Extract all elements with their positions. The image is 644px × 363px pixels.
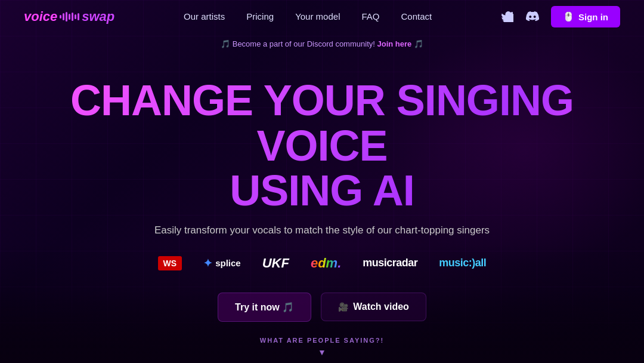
- splice-star-icon: ✦: [203, 257, 212, 270]
- logo-edm: edm.: [311, 256, 341, 271]
- sign-in-button[interactable]: 🖱️ Sign in: [551, 6, 620, 27]
- nav-link-faq[interactable]: FAQ: [361, 11, 379, 21]
- sign-in-label: Sign in: [578, 12, 608, 22]
- hero-title-line1: CHANGE YOUR SINGING VOICE: [70, 76, 574, 170]
- partner-logos: WS ✦ splice UKF edm. musicradar music:)a…: [12, 256, 632, 271]
- logo-ukf: UKF: [262, 256, 289, 271]
- wave-bar-2: [63, 13, 64, 20]
- chevron-down-icon[interactable]: ▼: [0, 347, 644, 357]
- logo-musicall: music:)all: [439, 257, 486, 269]
- nav-links: Our artists Pricing Your model FAQ Conta…: [184, 11, 432, 22]
- twitter-icon[interactable]: [501, 10, 514, 23]
- logo-splice: ✦ splice: [203, 257, 241, 270]
- hero-subtitle: Easily transform your vocals to match th…: [12, 224, 632, 236]
- hero-section: CHANGE YOUR SINGING VOICE USING AI Easil…: [0, 54, 644, 334]
- watch-video-label: Watch video: [353, 302, 409, 312]
- hero-title: CHANGE YOUR SINGING VOICE USING AI: [12, 78, 632, 214]
- what-people-saying-label: WHAT ARE PEOPLE SAYING?!: [0, 337, 644, 344]
- hero-title-line2: USING AI: [230, 167, 414, 214]
- nav-right: 🖱️ Sign in: [501, 6, 620, 27]
- discord-icon[interactable]: [526, 10, 539, 23]
- discord-join-link[interactable]: Join here: [377, 39, 411, 48]
- logo-musicradar: musicradar: [363, 257, 417, 269]
- logo[interactable]: voice swap: [24, 9, 114, 24]
- wave-bar-5: [72, 13, 73, 21]
- nav-link-our-artists[interactable]: Our artists: [184, 11, 225, 21]
- wave-bar-4: [69, 14, 70, 20]
- nav-link-your-model[interactable]: Your model: [295, 11, 340, 21]
- wave-bar-3: [66, 12, 67, 21]
- logo-waveform: [60, 12, 79, 21]
- bottom-section: WHAT ARE PEOPLE SAYING?! ▼: [0, 337, 644, 363]
- logo-voice: voice: [24, 9, 57, 24]
- nav-item-faq[interactable]: FAQ: [361, 11, 379, 22]
- discord-banner: 🎵 Become a part of our Discord community…: [0, 33, 644, 54]
- nav-item-contact[interactable]: Contact: [401, 11, 432, 22]
- navbar: voice swap Our artists Pricing Your mode…: [0, 0, 644, 33]
- nav-item-our-artists[interactable]: Our artists: [184, 11, 225, 22]
- logo-ws: WS: [158, 256, 182, 270]
- nav-link-pricing[interactable]: Pricing: [246, 11, 274, 21]
- video-camera-icon: 🎥: [338, 302, 348, 312]
- nav-link-contact[interactable]: Contact: [401, 11, 432, 21]
- wave-bar-7: [78, 13, 79, 20]
- try-it-now-button[interactable]: Try it now 🎵: [218, 293, 311, 322]
- wave-bar-1: [60, 15, 61, 19]
- cta-buttons: Try it now 🎵 🎥 Watch video: [12, 293, 632, 322]
- banner-text-suffix: 🎵: [414, 39, 423, 48]
- nav-item-your-model[interactable]: Your model: [295, 11, 340, 22]
- logo-swap: swap: [82, 9, 114, 24]
- banner-text-prefix: 🎵 Become a part of our Discord community…: [221, 39, 375, 48]
- watch-video-button[interactable]: 🎥 Watch video: [321, 293, 426, 321]
- splice-text: splice: [215, 258, 241, 268]
- cursor-icon: 🖱️: [563, 11, 574, 22]
- nav-item-pricing[interactable]: Pricing: [246, 11, 274, 22]
- wave-bar-6: [75, 14, 76, 19]
